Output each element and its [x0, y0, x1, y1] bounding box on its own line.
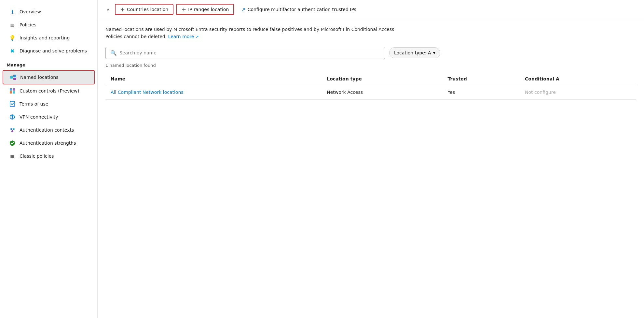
sidebar-item-terms-of-use-label: Terms of use — [20, 101, 48, 107]
toolbar: « + Countries location + IP ranges locat… — [98, 0, 644, 19]
svg-rect-5 — [13, 88, 15, 91]
info-icon: ℹ — [9, 8, 16, 15]
sidebar-item-auth-contexts-label: Authentication contexts — [20, 127, 74, 133]
result-count: 1 named location found — [105, 63, 636, 68]
sidebar-item-classic-policies-label: Classic policies — [20, 153, 54, 159]
cell-location-type: Network Access — [322, 85, 442, 99]
sidebar-item-overview[interactable]: ℹ Overview — [3, 5, 95, 18]
plus-icon-2: + — [181, 7, 186, 12]
description-text: Named locations are used by Microsoft En… — [105, 26, 398, 40]
sidebar-item-custom-controls[interactable]: Custom controls (Preview) — [3, 84, 95, 97]
sidebar-item-policies[interactable]: ≡ Policies — [3, 18, 95, 31]
external-link-icon-2: ↗ — [196, 35, 199, 39]
learn-more-link[interactable]: Learn more ↗ — [168, 34, 199, 39]
content-area: Named locations are used by Microsoft En… — [98, 19, 644, 106]
sidebar-item-diagnose-label: Diagnose and solve problems — [20, 48, 87, 53]
svg-rect-2 — [13, 78, 16, 80]
location-type-filter[interactable]: Location type: A ▾ — [389, 47, 440, 58]
countries-location-label: Countries location — [127, 7, 168, 12]
sidebar-item-insights-label: Insights and reporting — [20, 35, 70, 40]
cell-name: All Compliant Network locations — [105, 85, 322, 99]
ip-ranges-location-label: IP ranges location — [188, 7, 229, 12]
sidebar-item-diagnose[interactable]: ✖ Diagnose and solve problems — [3, 44, 95, 57]
sidebar-item-custom-controls-label: Custom controls (Preview) — [20, 88, 79, 94]
vpn-icon — [9, 114, 16, 120]
cell-trusted: Yes — [442, 85, 520, 99]
table-header: Name Location type Trusted Conditional A — [105, 73, 636, 85]
collapse-button[interactable]: « — [104, 5, 112, 14]
col-conditional-access: Conditional A — [520, 73, 636, 85]
chevron-down-icon: ▾ — [433, 50, 435, 55]
col-location-type: Location type — [322, 73, 442, 85]
sidebar-item-policies-label: Policies — [20, 22, 36, 27]
svg-rect-7 — [13, 91, 15, 94]
ip-ranges-location-button[interactable]: + IP ranges location — [176, 4, 234, 15]
main-content: « + Countries location + IP ranges locat… — [98, 0, 644, 318]
svg-rect-6 — [10, 91, 12, 94]
sidebar-item-auth-contexts[interactable]: Authentication contexts — [3, 123, 95, 137]
search-row: 🔍 Location type: A ▾ — [105, 47, 636, 59]
table-body: All Compliant Network locations Network … — [105, 85, 636, 99]
auth-strengths-icon — [9, 140, 16, 146]
classic-policies-icon: ≡ — [9, 153, 16, 159]
sidebar-item-vpn-label: VPN connectivity — [20, 114, 58, 120]
locations-table: Name Location type Trusted Conditional A… — [105, 73, 636, 100]
search-box: 🔍 — [105, 47, 385, 59]
sidebar-item-auth-strengths-label: Authentication strengths — [20, 140, 76, 146]
table-row: All Compliant Network locations Network … — [105, 85, 636, 99]
countries-location-button[interactable]: + Countries location — [115, 4, 173, 15]
sidebar-item-overview-label: Overview — [20, 9, 41, 14]
manage-section-label: Manage — [0, 57, 97, 70]
sidebar: ℹ Overview ≡ Policies 💡 Insights and rep… — [0, 0, 98, 318]
sidebar-item-named-locations[interactable]: Named locations — [3, 70, 95, 84]
location-name-link[interactable]: All Compliant Network locations — [111, 90, 184, 95]
location-type-label: Location type: A — [394, 50, 431, 55]
col-trusted: Trusted — [442, 73, 520, 85]
sidebar-item-terms-of-use[interactable]: Terms of use — [3, 97, 95, 110]
search-icon: 🔍 — [110, 50, 117, 56]
sidebar-item-vpn[interactable]: VPN connectivity — [3, 110, 95, 123]
svg-rect-0 — [10, 76, 13, 79]
search-input[interactable] — [119, 50, 380, 55]
svg-rect-4 — [10, 88, 12, 91]
external-link-icon: ↗ — [241, 7, 245, 13]
auth-contexts-icon — [9, 127, 16, 133]
configure-mfa-button[interactable]: ↗ Configure multifactor authentication t… — [237, 5, 361, 15]
cell-conditional-access: Not configure — [520, 85, 636, 99]
sidebar-item-classic-policies[interactable]: ≡ Classic policies — [3, 150, 95, 163]
bulb-icon: 💡 — [9, 35, 16, 41]
plus-icon: + — [120, 7, 125, 12]
custom-controls-icon — [9, 88, 16, 94]
sidebar-item-insights[interactable]: 💡 Insights and reporting — [3, 31, 95, 44]
sidebar-item-auth-strengths[interactable]: Authentication strengths — [3, 137, 95, 150]
list-icon: ≡ — [9, 22, 16, 28]
wrench-icon: ✖ — [9, 48, 16, 54]
terms-icon — [9, 101, 16, 107]
sidebar-item-named-locations-label: Named locations — [20, 75, 58, 80]
configure-mfa-label: Configure multifactor authentication tru… — [248, 7, 356, 12]
col-name: Name — [105, 73, 322, 85]
named-locations-icon — [10, 74, 16, 80]
